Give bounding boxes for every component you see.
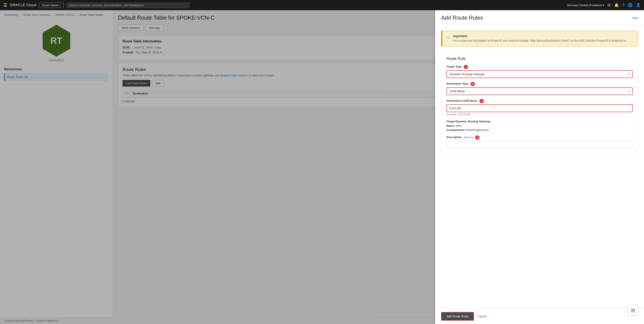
side-panel-help-link[interactable]: Help xyxy=(632,16,638,20)
target-compartment-row: Compartment: IwanHoogendoorn xyxy=(446,128,633,132)
target-name-label: Name: xyxy=(446,124,455,128)
route-rule-card-title: Route Rule xyxy=(446,56,633,61)
target-drg-label: Target Dynamic Routing Gateway xyxy=(446,120,633,123)
cloud-classic-button[interactable]: Cloud Classic > xyxy=(39,2,64,8)
oracle-text: ORACLE xyxy=(10,3,25,7)
user-icon[interactable]: 👤 xyxy=(636,3,640,8)
target-name-row: Name: DRG xyxy=(446,124,633,128)
description-label: Description Optional 4 xyxy=(446,135,633,140)
hamburger-menu[interactable]: ☰ xyxy=(4,2,7,8)
description-group: Description Optional 4 xyxy=(446,135,633,148)
console-icon[interactable]: ⊞ xyxy=(608,3,611,8)
destination-cidr-label: Destination CIDR Block 3 xyxy=(446,99,633,103)
search-input[interactable] xyxy=(66,2,190,8)
cloud-text: Cloud xyxy=(26,3,36,7)
destination-cidr-input[interactable] xyxy=(446,104,633,112)
globe-icon[interactable]: 🌐 xyxy=(628,3,632,8)
destination-type-select[interactable]: CIDR Block Service xyxy=(446,88,633,95)
add-route-rules-submit-button[interactable]: Add Route Rules xyxy=(441,312,474,320)
help-widget[interactable]: ⊞ xyxy=(628,305,638,316)
target-type-badge: 1 xyxy=(464,65,468,69)
help-icon[interactable]: ? xyxy=(622,3,624,8)
destination-cidr-hint: Example: 10.0.0.0/24 xyxy=(446,113,633,116)
route-rule-card: Route Rule Target Type 1 Dynamic Routing… xyxy=(441,52,638,157)
description-input[interactable] xyxy=(446,141,633,148)
destination-type-group: Destination Type 2 CIDR Block Service xyxy=(446,82,633,95)
side-panel: Add Route Rules Help ⚠ Important: For a … xyxy=(435,10,644,324)
notification-icon[interactable]: 🔔 xyxy=(614,3,619,8)
target-compartment-value: IwanHoogendoorn xyxy=(466,128,489,132)
target-compartment-label: Compartment: xyxy=(446,128,466,132)
description-optional: Optional xyxy=(464,136,473,139)
target-name-value: DRG xyxy=(456,124,462,128)
description-badge: 4 xyxy=(475,135,480,140)
side-panel-body: ⚠ Important: For a route rule that targe… xyxy=(435,26,644,308)
warning-text: For a route rule that targets a Private … xyxy=(453,38,626,43)
help-widget-icon: ⊞ xyxy=(631,307,635,313)
target-type-group: Target Type 1 Dynamic Routing Gateway In… xyxy=(446,65,633,78)
destination-cidr-badge: 3 xyxy=(480,99,484,103)
target-type-select[interactable]: Dynamic Routing Gateway Internet Gateway… xyxy=(446,70,633,78)
cancel-button[interactable]: Cancel xyxy=(477,314,487,318)
top-nav: ☰ ORACLE Cloud Cloud Classic > Germany C… xyxy=(0,0,644,10)
nav-right: Germany Central (Frankfurt) ▾ ⊞ 🔔 ? 🌐 👤 xyxy=(567,3,640,8)
destination-type-label: Destination Type 2 xyxy=(446,82,633,86)
target-drg-group: Target Dynamic Routing Gateway Name: DRG… xyxy=(446,120,633,132)
destination-type-badge: 2 xyxy=(470,82,475,86)
oracle-logo: ORACLE Cloud xyxy=(10,3,36,7)
destination-cidr-group: Destination CIDR Block 3 Example: 10.0.0… xyxy=(446,99,633,116)
warning-box: ⚠ Important: For a route rule that targe… xyxy=(441,31,638,46)
warning-icon: ⚠ xyxy=(446,34,450,43)
warning-content: Important: For a route rule that targets… xyxy=(453,34,626,43)
warning-title: Important: xyxy=(453,34,626,38)
side-panel-title: Add Route Rules xyxy=(441,14,483,21)
side-panel-header: Add Route Rules Help xyxy=(435,10,644,26)
target-type-label: Target Type 1 xyxy=(446,65,633,69)
region-selector[interactable]: Germany Central (Frankfurt) ▾ xyxy=(567,4,604,7)
side-panel-footer: Add Route Rules Cancel xyxy=(435,308,644,324)
